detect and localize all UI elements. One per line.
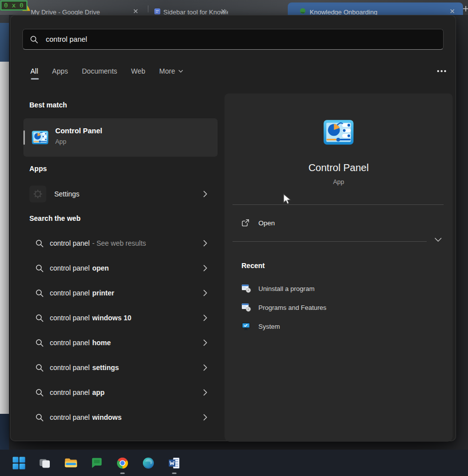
selection-indicator <box>23 130 25 145</box>
tab-web[interactable]: Web <box>131 67 145 75</box>
tab-favicon <box>300 8 306 14</box>
web-suggestion-row[interactable]: control panelhome <box>23 330 218 355</box>
browser-tab-1[interactable]: My Drive - Google Drive <box>31 2 139 15</box>
search-box[interactable] <box>22 29 444 50</box>
chevron-right-icon[interactable] <box>203 265 208 272</box>
close-icon[interactable] <box>450 9 455 13</box>
divider <box>233 204 444 205</box>
taskbar-google-chat-button[interactable] <box>84 450 110 476</box>
chevron-right-icon[interactable] <box>203 240 208 247</box>
search-icon <box>35 314 44 322</box>
browser-tab-2[interactable]: Sidebar tool for Knowledge base <box>153 2 228 15</box>
chevron-right-icon[interactable] <box>203 314 208 321</box>
suggestion-text: control panelapp <box>50 388 105 396</box>
best-match-subtitle: App <box>55 138 66 145</box>
screen: My Drive - Google Drive Sidebar tool for… <box>0 0 468 476</box>
edge-icon <box>142 457 155 470</box>
tab-favicon <box>154 8 160 14</box>
new-tab-icon[interactable] <box>463 6 468 11</box>
web-suggestion-row[interactable]: control panelsettings <box>23 355 218 380</box>
desktop-strip-browser <box>0 15 9 23</box>
search-icon <box>35 264 44 273</box>
apps-item-settings[interactable]: Settings <box>23 181 218 207</box>
web-suggestion-row[interactable]: control panelprinter <box>23 281 218 305</box>
debug-size-badge: 0 x 0 <box>0 0 27 10</box>
open-label: Open <box>258 219 275 227</box>
filter-tabs: All Apps Documents Web More <box>30 67 183 75</box>
suggestion-text: control panelwindows 10 <box>50 314 131 322</box>
chevron-right-icon[interactable] <box>203 289 208 296</box>
close-icon[interactable] <box>221 9 226 13</box>
best-match-item[interactable]: Control Panel App <box>23 118 218 157</box>
tab-title: Knowledge Onboarding <box>310 8 377 15</box>
chevron-down-icon <box>178 70 183 73</box>
system-monitor-icon <box>241 321 251 331</box>
web-suggestion-row[interactable]: control panelopen <box>23 256 218 281</box>
running-indicator <box>120 473 125 474</box>
search-icon <box>35 289 44 297</box>
close-icon[interactable] <box>133 9 138 13</box>
desktop-strip-document <box>0 62 9 414</box>
web-suggestion-row[interactable]: control panelapp <box>23 380 218 405</box>
search-flyout: All Apps Documents Web More Best match C… <box>10 15 456 441</box>
taskbar-start-button[interactable] <box>6 450 32 476</box>
browser-tab-active[interactable]: Knowledge Onboarding <box>288 2 463 15</box>
detail-panel: Control Panel App Open Recent Uninstall … <box>225 94 453 442</box>
taskbar <box>0 450 468 476</box>
chevron-right-icon[interactable] <box>203 190 208 197</box>
best-match-heading: Best match <box>29 101 67 109</box>
web-suggestion-row[interactable]: control panelwindows <box>23 405 218 430</box>
recent-item-uninstall[interactable]: Uninstall a program <box>241 283 315 294</box>
web-suggestion-row[interactable]: control panelwindows 10 <box>23 305 218 330</box>
web-suggestion-row[interactable]: control panel- See web results <box>23 231 218 256</box>
external-link-icon <box>241 219 249 227</box>
taskbar-word-button[interactable] <box>161 450 187 476</box>
chevron-right-icon[interactable] <box>203 339 208 346</box>
desktop-strip-blue <box>0 23 9 62</box>
tab-title: My Drive - Google Drive <box>31 8 100 15</box>
taskbar-edge-button[interactable] <box>135 450 161 476</box>
suggestion-text: control panelhome <box>50 339 111 347</box>
search-icon <box>30 35 38 44</box>
control-panel-icon <box>31 129 49 146</box>
search-the-web-heading: Search the web <box>29 214 81 222</box>
expand-chevron-down-icon[interactable] <box>435 238 442 242</box>
chrome-icon <box>116 457 129 470</box>
word-icon <box>168 457 181 470</box>
taskbar-file-explorer-button[interactable] <box>58 450 84 476</box>
tab-apps[interactable]: Apps <box>52 67 68 75</box>
taskbar-task-view-button[interactable] <box>32 450 58 476</box>
divider <box>233 241 427 242</box>
suggestion-text: control panel- See web results <box>50 239 146 247</box>
suggestion-text: control panelopen <box>50 264 109 272</box>
recent-item-programs-features[interactable]: Programs and Features <box>241 301 327 313</box>
detail-title: Control Panel <box>225 162 453 174</box>
detail-subtitle: App <box>225 179 453 186</box>
search-icon <box>35 413 44 422</box>
tab-documents[interactable]: Documents <box>82 67 117 75</box>
windows-start-icon <box>12 457 25 470</box>
open-action[interactable]: Open <box>233 213 444 233</box>
task-view-icon <box>38 457 51 470</box>
search-icon <box>35 364 44 372</box>
chevron-right-icon[interactable] <box>203 364 208 371</box>
browser-tab-bar: My Drive - Google Drive Sidebar tool for… <box>0 0 468 15</box>
search-input[interactable] <box>45 35 436 44</box>
running-indicator <box>172 473 177 474</box>
file-explorer-icon <box>64 456 78 470</box>
active-tab-underline <box>31 78 39 80</box>
taskbar-chrome-button[interactable] <box>110 450 135 476</box>
chevron-right-icon[interactable] <box>203 389 208 396</box>
tab-title: Sidebar tool for Knowledge base <box>163 8 228 15</box>
suggestion-text: control panelwindows <box>50 413 121 421</box>
recent-item-system[interactable]: System <box>241 320 280 332</box>
tab-more[interactable]: More <box>159 67 183 75</box>
tab-all[interactable]: All <box>30 67 38 75</box>
best-match-title: Control Panel <box>55 127 102 135</box>
suggestion-text: control panelsettings <box>50 364 119 372</box>
web-suggestion-list: control panel- See web results control p… <box>23 231 218 430</box>
search-icon <box>35 239 44 248</box>
chevron-right-icon[interactable] <box>203 414 208 421</box>
more-options-button[interactable] <box>437 70 446 72</box>
google-chat-icon <box>91 457 103 469</box>
